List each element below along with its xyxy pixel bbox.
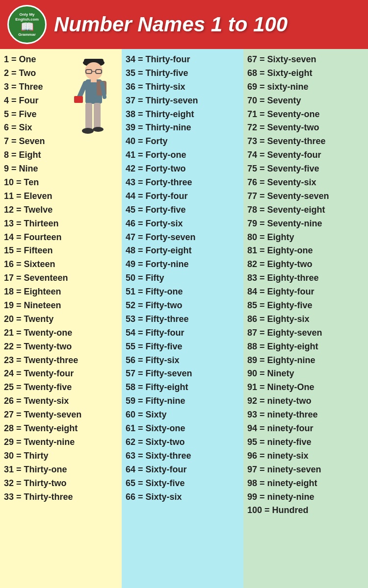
list-item: 70 = Seventy (247, 94, 364, 108)
svg-rect-11 (74, 96, 83, 103)
list-item: 40 = Forty (126, 135, 239, 148)
list-item: 59 = Fifty-nine (126, 394, 239, 408)
list-item: 83 = Eighty-three (247, 271, 364, 285)
list-item: 43 = Forty-three (126, 176, 239, 190)
list-item: 44 = Forty-four (126, 190, 239, 203)
list-item: 38 = Thirty-eight (126, 108, 239, 122)
list-item: 67 = Sixty-seven (247, 53, 364, 67)
list-item: 63 = Sixty-three (126, 449, 239, 463)
list-item: 15 = Fifteen (4, 244, 118, 258)
list-item: 62 = Sixty-two (126, 436, 239, 449)
list-item: 28 = Twenty-eight (4, 422, 118, 436)
list-item: 35 = Thirty-five (126, 67, 239, 80)
list-item: 47 = Forty-seven (126, 231, 239, 245)
svg-point-14 (82, 128, 94, 134)
page-title: Number Names 1 to 100 (54, 13, 288, 36)
list-item: 42 = Forty-two (126, 162, 239, 176)
list-item: 58 = Fifty-eight (126, 381, 239, 394)
list-item: 61 = Sixty-one (126, 422, 239, 436)
list-item: 11 = Eleven (4, 190, 118, 203)
list-item: 90 = Ninety (247, 367, 364, 381)
list-item: 96 = ninety-six (247, 449, 364, 463)
list-item: 39 = Thirty-nine (126, 121, 239, 135)
logo-text-bottom: Grammar (18, 32, 36, 37)
list-item: 36 = Thirty-six (126, 80, 239, 94)
list-item: 20 = Twenty (4, 313, 118, 326)
svg-point-15 (93, 127, 104, 132)
list-item: 89 = Eighty-nine (247, 354, 364, 368)
list-item: 23 = Twenty-three (4, 354, 118, 368)
list-item: 17 = Seventeen (4, 271, 118, 285)
list-item: 64 = Sixty-four (126, 463, 239, 477)
svg-line-9 (79, 83, 85, 98)
svg-point-2 (85, 62, 103, 80)
list-item: 37 = Thirty-seven (126, 94, 239, 108)
list-item: 80 = Eighty (247, 231, 364, 245)
list-item: 16 = Sixteen (4, 258, 118, 271)
list-item: 66 = Sixty-six (126, 490, 239, 504)
list-item: 85 = Eighty-five (247, 299, 364, 313)
list-item: 81 = Eighty-one (247, 244, 364, 258)
svg-rect-12 (85, 103, 92, 130)
list-item: 65 = Sixty-five (126, 477, 239, 490)
column-2-list: 34 = Thirty-four35 = Thirty-five36 = Thi… (126, 53, 239, 504)
list-item: 8 = Eight (4, 148, 118, 162)
list-item: 100 = Hundred (247, 504, 364, 517)
list-item: 75 = Seventy-five (247, 162, 364, 176)
list-item: 27 = Twenty-seven (4, 408, 118, 422)
list-item: 25 = Twenty-five (4, 381, 118, 394)
list-item: 56 = Fifty-six (126, 354, 239, 368)
list-item: 31 = Thirty-one (4, 463, 118, 477)
list-item: 60 = Sixty (126, 408, 239, 422)
list-item: 49 = Forty-nine (126, 258, 239, 271)
list-item: 29 = Twenty-nine (4, 436, 118, 449)
svg-rect-16 (91, 78, 97, 82)
list-item: 57 = Fifty-seven (126, 367, 239, 381)
list-item: 22 = Twenty-two (4, 340, 118, 354)
list-item: 76 = Seventy-six (247, 176, 364, 190)
list-item: 13 = Thirteen (4, 217, 118, 231)
list-item: 69 = sixty-nine (247, 80, 364, 94)
column-3-list: 67 = Sixty-seven68 = Sixty-eight69 = six… (247, 53, 364, 517)
list-item: 68 = Sixty-eight (247, 67, 364, 80)
list-item: 41 = Forty-one (126, 148, 239, 162)
logo-book-icon: 📖 (21, 22, 34, 32)
list-item: 33 = Thirty-three (4, 490, 118, 504)
column-2: 34 = Thirty-four35 = Thirty-five36 = Thi… (122, 49, 243, 588)
list-item: 87 = Eighty-seven (247, 326, 364, 340)
list-item: 12 = Twelve (4, 203, 118, 217)
list-item: 24 = Twenty-four (4, 367, 118, 381)
list-item: 32 = Thirty-two (4, 477, 118, 490)
list-item: 73 = Seventy-three (247, 135, 364, 148)
list-item: 52 = Fifty-two (126, 299, 239, 313)
list-item: 48 = Forty-eight (126, 244, 239, 258)
header: Only MyEnglish.com 📖 Grammar Number Name… (0, 0, 368, 49)
list-item: 71 = Seventy-one (247, 108, 364, 122)
list-item: 19 = Nineteen (4, 299, 118, 313)
list-item: 30 = Thirty (4, 449, 118, 463)
list-item: 92 = ninety-two (247, 394, 364, 408)
list-item: 77 = Seventy-seven (247, 190, 364, 203)
list-item: 51 = Fifty-one (126, 285, 239, 299)
list-item: 21 = Twenty-one (4, 326, 118, 340)
svg-rect-13 (94, 103, 101, 130)
list-item: 98 = ninety-eight (247, 477, 364, 490)
list-item: 10 = Ten (4, 176, 118, 190)
svg-line-10 (102, 83, 105, 97)
list-item: 91 = Ninety-One (247, 381, 364, 394)
list-item: 86 = Eighty-six (247, 313, 364, 326)
list-item: 99 = ninety-nine (247, 490, 364, 504)
list-item: 14 = Fourteen (4, 231, 118, 245)
list-item: 78 = Seventy-eight (247, 203, 364, 217)
list-item: 34 = Thirty-four (126, 53, 239, 67)
list-item: 72 = Seventy-two (247, 121, 364, 135)
list-item: 88 = Eighty-eight (247, 340, 364, 354)
column-1: 1 = One2 = Two3 = Three4 = Four5 = Five6… (0, 49, 122, 588)
list-item: 94 = ninety-four (247, 422, 364, 436)
list-item: 18 = Eighteen (4, 285, 118, 299)
list-item: 74 = Seventy-four (247, 148, 364, 162)
list-item: 54 = Fifty-four (126, 326, 239, 340)
list-item: 82 = Eighty-two (247, 258, 364, 271)
list-item: 97 = ninety-seven (247, 463, 364, 477)
list-item: 93 = ninety-three (247, 408, 364, 422)
